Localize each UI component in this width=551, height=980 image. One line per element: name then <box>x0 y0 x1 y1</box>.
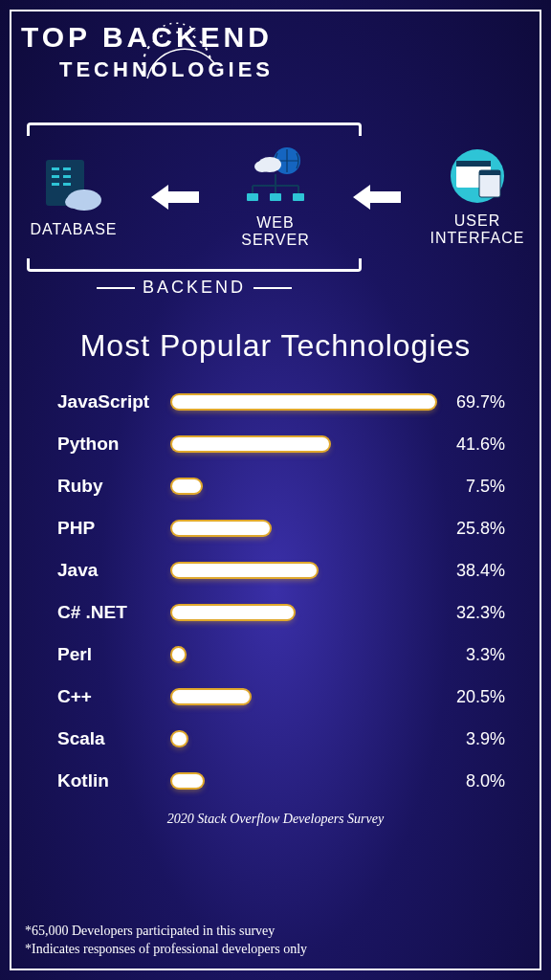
header-line1: TOP BACKEND <box>21 21 551 54</box>
arrow-left-icon <box>151 183 199 212</box>
chart-bar-track <box>172 522 436 535</box>
database-label: DATABASE <box>21 221 126 238</box>
svg-rect-24 <box>479 170 500 175</box>
chart-bar-track <box>172 690 436 703</box>
webserver-icon <box>237 145 314 207</box>
svg-rect-22 <box>456 161 491 167</box>
chart-bar <box>172 479 201 493</box>
chart-bar <box>172 522 270 535</box>
chart-bar-track <box>172 648 436 661</box>
arrow-left-1 <box>146 183 204 212</box>
chart-bar-track <box>172 606 436 619</box>
svg-rect-4 <box>63 175 71 178</box>
chart-bar <box>172 774 203 788</box>
svg-rect-5 <box>52 183 59 186</box>
header-line2: TECHNOLOGIES <box>59 57 551 82</box>
chart-bar <box>172 606 294 619</box>
svg-rect-2 <box>63 167 71 170</box>
svg-rect-19 <box>293 193 304 201</box>
user-interface-icon <box>443 147 512 205</box>
header: TOP BACKEND TECHNOLOGIES <box>0 0 551 105</box>
arrow-left-icon <box>353 183 401 212</box>
chart-bar-track <box>172 395 436 409</box>
bracket-bottom <box>27 258 362 272</box>
chart-bar <box>172 437 329 451</box>
chart-bar-track <box>172 437 436 451</box>
svg-rect-3 <box>52 175 59 178</box>
chart-bar-track <box>172 774 436 788</box>
svg-point-11 <box>254 161 270 172</box>
svg-rect-6 <box>63 183 71 186</box>
webserver-label: WEB SERVER <box>223 214 328 249</box>
architecture-flow: DATABASE WEB SERVER <box>21 122 530 298</box>
chart-bar <box>172 564 317 577</box>
ui-node: USER INTERFACE <box>425 147 530 247</box>
bracket-top <box>27 122 362 136</box>
chart-bar-track <box>172 479 436 493</box>
chart-bar-track <box>172 732 436 746</box>
chart-bar-track <box>172 564 436 577</box>
footnotes: *65,000 Developers participated in this … <box>25 923 307 959</box>
footnote-2: *Indicates responses of professional dev… <box>25 941 307 959</box>
svg-rect-1 <box>52 167 59 170</box>
svg-point-8 <box>65 195 84 209</box>
ui-label: USER INTERFACE <box>425 212 530 247</box>
chart-bar <box>172 732 187 746</box>
chart-bar <box>172 690 250 703</box>
webserver-node: WEB SERVER <box>223 145 328 249</box>
svg-rect-18 <box>270 193 281 201</box>
chart-bar <box>172 395 435 409</box>
backend-label: BACKEND <box>21 278 367 298</box>
database-node: DATABASE <box>21 156 126 238</box>
database-icon <box>40 156 107 213</box>
svg-rect-17 <box>247 193 258 201</box>
chart-bar <box>172 648 185 661</box>
footnote-1: *65,000 Developers participated in this … <box>25 923 307 941</box>
arrow-left-2 <box>348 183 406 212</box>
